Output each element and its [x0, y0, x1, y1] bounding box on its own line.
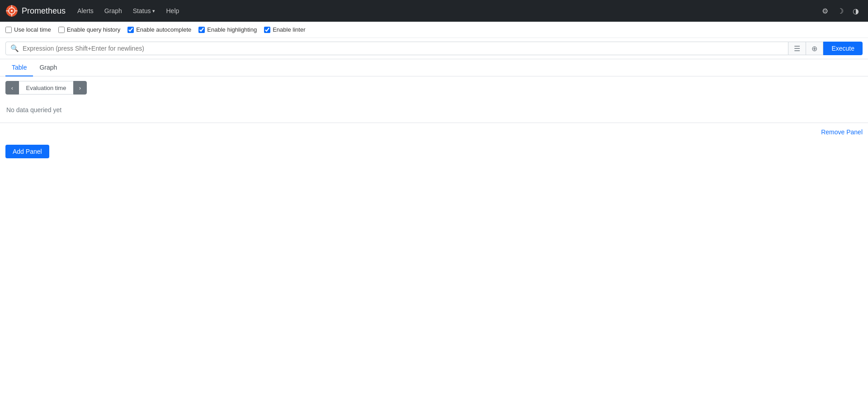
- prometheus-logo: [5, 5, 18, 17]
- nav-help[interactable]: Help: [161, 5, 184, 17]
- enable-linter-checkbox[interactable]: [264, 27, 270, 33]
- list-icon: ☰: [794, 45, 800, 52]
- metrics-list-button[interactable]: ☰: [788, 42, 806, 55]
- metric-explorer-button[interactable]: ⊕: [806, 42, 823, 55]
- execute-button[interactable]: Execute: [823, 42, 863, 55]
- enable-autocomplete-label: Enable autocomplete: [136, 26, 191, 33]
- navbar-nav: Alerts Graph Status ▾ Help: [73, 5, 184, 17]
- enable-query-history-option[interactable]: Enable query history: [58, 26, 121, 33]
- chevron-right-icon: ›: [79, 85, 81, 91]
- add-panel-section: Add Panel: [0, 139, 868, 164]
- remove-panel-button[interactable]: Remove Panel: [821, 128, 863, 136]
- query-actions: ☰ ⊕ Execute: [788, 42, 863, 55]
- theme-moon-button[interactable]: ☽: [834, 4, 847, 18]
- enable-linter-option[interactable]: Enable linter: [264, 26, 305, 33]
- chevron-left-icon: ‹: [11, 85, 13, 91]
- use-local-time-option[interactable]: Use local time: [5, 26, 51, 33]
- options-bar: Use local time Enable query history Enab…: [0, 22, 868, 38]
- metric-icon: ⊕: [811, 45, 817, 52]
- expression-input-container: 🔍: [5, 42, 788, 55]
- navbar: Prometheus Alerts Graph Status ▾ Help ⚙ …: [0, 0, 868, 22]
- use-local-time-label: Use local time: [14, 26, 51, 33]
- nav-status[interactable]: Status ▾: [128, 5, 160, 17]
- enable-query-history-checkbox[interactable]: [58, 27, 65, 33]
- tab-table[interactable]: Table: [5, 59, 33, 76]
- nav-alerts[interactable]: Alerts: [73, 5, 98, 17]
- enable-highlighting-checkbox[interactable]: [198, 27, 205, 33]
- panel: Table Graph ‹ Evaluation time › No data …: [0, 59, 868, 139]
- eval-time-row: ‹ Evaluation time ›: [0, 76, 868, 99]
- navbar-title: Prometheus: [22, 6, 66, 16]
- nav-graph[interactable]: Graph: [100, 5, 127, 17]
- use-local-time-checkbox[interactable]: [5, 27, 12, 33]
- remove-panel-row: Remove Panel: [0, 125, 868, 139]
- settings-button[interactable]: ⚙: [818, 4, 832, 18]
- eval-prev-button[interactable]: ‹: [5, 81, 19, 95]
- enable-query-history-label: Enable query history: [67, 26, 121, 33]
- navbar-brand: Prometheus: [5, 5, 66, 17]
- svg-point-2: [11, 10, 13, 12]
- query-bar: 🔍 ☰ ⊕ Execute: [0, 38, 868, 59]
- tab-graph[interactable]: Graph: [33, 59, 63, 76]
- navbar-right: ⚙ ☽ ◑: [818, 4, 863, 18]
- no-data-message: No data queried yet: [0, 99, 868, 121]
- panel-tabs: Table Graph: [0, 59, 868, 76]
- add-panel-button[interactable]: Add Panel: [5, 145, 49, 158]
- expression-input[interactable]: [23, 42, 783, 55]
- eval-time-label: Evaluation time: [19, 81, 73, 95]
- enable-autocomplete-option[interactable]: Enable autocomplete: [127, 26, 191, 33]
- enable-highlighting-label: Enable highlighting: [207, 26, 257, 33]
- panel-divider: [0, 123, 868, 123]
- enable-linter-label: Enable linter: [273, 26, 305, 33]
- enable-highlighting-option[interactable]: Enable highlighting: [198, 26, 257, 33]
- theme-circle-button[interactable]: ◑: [849, 4, 863, 18]
- enable-autocomplete-checkbox[interactable]: [127, 27, 134, 33]
- status-dropdown-icon: ▾: [152, 8, 155, 14]
- eval-next-button[interactable]: ›: [73, 81, 87, 95]
- search-icon: 🔍: [10, 44, 19, 52]
